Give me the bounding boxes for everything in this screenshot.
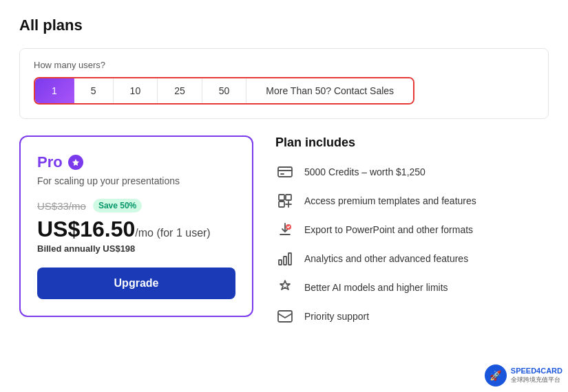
pro-badge-icon bbox=[68, 155, 83, 170]
feature-item-credits: 5000 Credits – worth $1,250 bbox=[275, 162, 549, 182]
page-title: All plans bbox=[19, 17, 549, 34]
templates-icon bbox=[275, 191, 295, 210]
svg-rect-5 bbox=[279, 260, 282, 265]
users-section: How many users? 1 5 10 25 50 More Than 5… bbox=[19, 48, 549, 119]
support-icon bbox=[275, 307, 295, 326]
pro-subtitle: For scaling up your presentations bbox=[37, 175, 235, 186]
upgrade-button[interactable]: Upgrade bbox=[37, 268, 235, 299]
user-option-50[interactable]: 50 bbox=[202, 78, 247, 103]
analytics-icon bbox=[275, 249, 295, 268]
billed-note: Billed annually US$198 bbox=[37, 243, 235, 254]
feature-text-credits: 5000 Credits – worth $1,250 bbox=[304, 166, 425, 177]
user-option-1[interactable]: 1 bbox=[35, 78, 74, 103]
original-price: US$33/mo bbox=[37, 200, 86, 212]
feature-item-analytics: Analytics and other advanced features bbox=[275, 249, 549, 268]
svg-rect-2 bbox=[286, 195, 291, 200]
export-icon bbox=[275, 220, 295, 239]
svg-rect-1 bbox=[279, 195, 284, 200]
watermark: 🚀 SPEED4CARD全球跨境充值平台 bbox=[485, 364, 562, 386]
feature-item-ai: Better AI models and higher limits bbox=[275, 278, 549, 297]
credits-icon bbox=[275, 162, 295, 182]
users-selector: 1 5 10 25 50 More Than 50? Contact Sales bbox=[34, 77, 414, 105]
price-row: US$33/mo Save 50% bbox=[37, 199, 235, 213]
user-option-25[interactable]: 25 bbox=[158, 78, 202, 103]
feature-item-templates: Access premium templates and features bbox=[275, 191, 549, 210]
svg-rect-7 bbox=[288, 253, 291, 265]
feature-text-ai: Better AI models and higher limits bbox=[304, 282, 448, 293]
feature-text-export: Export to PowerPoint and other formats bbox=[304, 224, 473, 235]
feature-text-templates: Access premium templates and features bbox=[304, 195, 476, 206]
plan-includes: Plan includes 5000 Credits – worth $1,25… bbox=[275, 135, 549, 326]
pro-header: Pro bbox=[37, 153, 235, 171]
feature-list: 5000 Credits – worth $1,250 Access premi… bbox=[275, 162, 549, 326]
users-label: How many users? bbox=[34, 60, 534, 70]
user-option-5[interactable]: 5 bbox=[74, 78, 114, 103]
svg-rect-6 bbox=[284, 257, 286, 265]
feature-item-support: Priority support bbox=[275, 307, 549, 326]
feature-text-analytics: Analytics and other advanced features bbox=[304, 253, 468, 264]
watermark-logo: 🚀 bbox=[485, 364, 507, 386]
svg-rect-3 bbox=[279, 202, 284, 207]
pro-title: Pro bbox=[37, 153, 63, 171]
save-badge: Save 50% bbox=[93, 199, 142, 213]
user-option-contact-sales[interactable]: More Than 50? Contact Sales bbox=[246, 78, 413, 103]
pro-card: Pro For scaling up your presentations US… bbox=[19, 135, 253, 317]
svg-rect-0 bbox=[278, 167, 292, 177]
svg-rect-8 bbox=[278, 311, 292, 322]
plan-includes-title: Plan includes bbox=[275, 135, 549, 150]
current-price: US$16.50/mo (for 1 user) bbox=[37, 217, 235, 242]
user-option-10[interactable]: 10 bbox=[114, 78, 158, 103]
watermark-text: SPEED4CARD全球跨境充值平台 bbox=[511, 367, 562, 384]
main-content: Pro For scaling up your presentations US… bbox=[19, 135, 549, 326]
feature-text-support: Priority support bbox=[304, 311, 369, 322]
feature-item-export: Export to PowerPoint and other formats bbox=[275, 220, 549, 239]
ai-icon bbox=[275, 278, 295, 297]
